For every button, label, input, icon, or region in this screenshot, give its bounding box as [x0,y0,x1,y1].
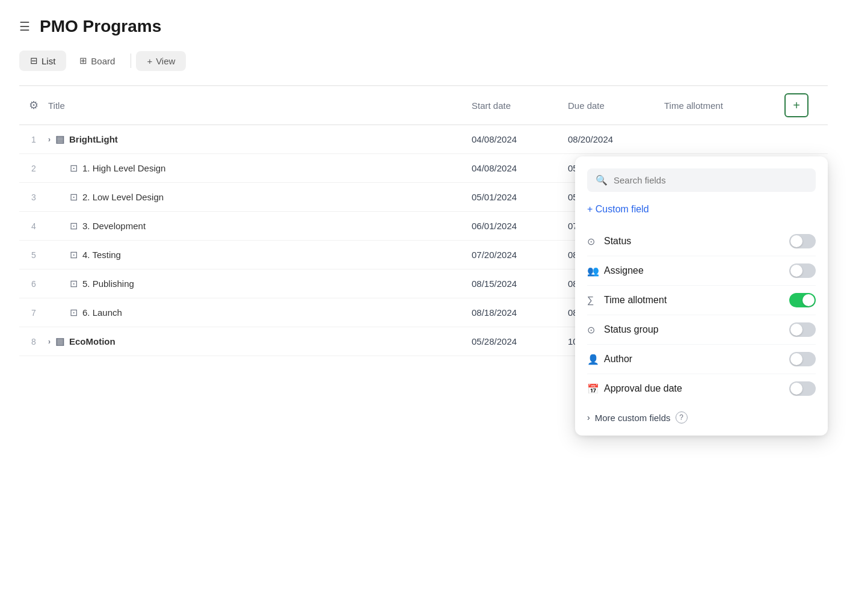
row-title-text: 5. Publishing [82,279,134,289]
search-icon: 🔍 [596,174,608,186]
tab-board[interactable]: ⊞ Board [69,51,126,71]
row-number: 1 [19,135,48,144]
field-type-icon: ⊙ [587,324,604,336]
task-icon: ▤ [55,134,64,145]
task-icon: ⊡ [70,278,78,289]
row-title-cell[interactable]: ⊡ 1. High Level Design [48,162,472,174]
list-icon: ⊟ [30,55,38,66]
row-title-text: 4. Testing [82,250,121,260]
due-date-cell: 08/20/2024 [568,134,664,144]
field-type-icon: ⊙ [587,236,604,247]
task-icon: ⊡ [70,191,78,203]
row-title-text: 6. Launch [82,307,122,318]
field-type-icon: 👤 [587,354,604,365]
field-item-approval_due_date: 📅 Approval due date [587,374,816,403]
row-title-cell[interactable]: › ▤ EcoMotion [48,336,472,347]
fields-list: ⊙ Status 👥 Assignee ∑ Time allotment ⊙ S… [587,227,816,403]
tab-view[interactable]: + View [136,51,186,71]
start-date-cell: 08/15/2024 [472,279,568,289]
field-item-status_group: ⊙ Status group [587,315,816,345]
row-title-text: 3. Development [82,221,146,231]
row-title-cell[interactable]: › ▤ BrightLight [48,134,472,145]
start-date-cell: 04/08/2024 [472,134,568,144]
row-title-cell[interactable]: ⊡ 5. Publishing [48,278,472,289]
view-tabs: ⊟ List ⊞ Board + View [19,51,828,71]
row-number: 7 [19,308,48,318]
field-label: Time allotment [604,295,789,306]
row-title-cell[interactable]: ⊡ 2. Low Level Design [48,191,472,203]
field-item-author: 👤 Author [587,345,816,374]
field-item-time_allotment: ∑ Time allotment [587,286,816,315]
row-title-cell[interactable]: ⊡ 3. Development [48,220,472,232]
col-time-allotment: Time allotment [664,100,784,111]
field-label: Approval due date [604,383,789,394]
field-type-icon: 📅 [587,383,604,395]
col-start-date: Start date [472,100,568,111]
start-date-cell: 06/01/2024 [472,221,568,231]
add-column-button[interactable]: + [784,93,808,117]
col-due-date: Due date [568,100,664,111]
field-toggle-author[interactable] [789,352,816,366]
toggle-thumb [790,324,802,336]
row-title-text: BrightLight [69,134,118,144]
row-title-text: 2. Low Level Design [82,192,164,202]
task-icon: ⊡ [70,220,78,232]
settings-icon[interactable]: ⚙ [29,99,38,112]
custom-field-label: + Custom field [587,204,649,215]
task-icon: ⊡ [70,162,78,174]
plus-icon: + [147,56,152,66]
task-icon: ⊡ [70,249,78,260]
field-toggle-approval_due_date[interactable] [789,381,816,396]
more-custom-fields-label: More custom fields [595,413,671,423]
toggle-thumb [790,265,802,277]
field-type-icon: 👥 [587,265,604,277]
table-header: ⚙ Title Start date Due date Time allotme… [19,86,828,125]
start-date-cell: 04/08/2024 [472,163,568,173]
toggle-thumb [802,294,815,306]
row-title-cell[interactable]: ⊡ 6. Launch [48,307,472,318]
add-column-cell[interactable]: + [784,93,828,117]
menu-icon[interactable]: ☰ [19,19,30,34]
help-icon[interactable]: ? [676,411,688,424]
field-toggle-status_group[interactable] [789,322,816,337]
toggle-thumb [790,235,802,247]
row-title-cell[interactable]: ⊡ 4. Testing [48,249,472,260]
start-date-cell: 08/18/2024 [472,307,568,318]
toggle-thumb [790,383,802,395]
field-toggle-status[interactable] [789,234,816,248]
field-item-status: ⊙ Status [587,227,816,256]
fields-dropdown-panel: 🔍 + Custom field ⊙ Status 👥 Assignee ∑ T… [575,156,828,436]
start-date-cell: 05/28/2024 [472,336,568,346]
expand-chevron-icon[interactable]: › [48,337,51,346]
row-number: 6 [19,279,48,289]
field-toggle-assignee[interactable] [789,263,816,278]
field-label: Status [604,236,789,247]
task-icon: ⊡ [70,307,78,318]
row-number: 4 [19,221,48,231]
field-label: Assignee [604,265,789,276]
field-label: Author [604,354,789,365]
search-box: 🔍 [587,168,816,192]
start-date-cell: 07/20/2024 [472,250,568,260]
expand-chevron-icon[interactable]: › [48,135,51,144]
header: ☰ PMO Programs [19,17,828,36]
field-toggle-time_allotment[interactable] [789,293,816,307]
row-title-text: 1. High Level Design [82,163,165,173]
row-number: 8 [19,337,48,346]
start-date-cell: 05/01/2024 [472,192,568,202]
row-number: 2 [19,164,48,173]
row-title-text: EcoMotion [69,336,116,346]
field-type-icon: ∑ [587,295,604,306]
table-row: 1 › ▤ BrightLight 04/08/2024 08/20/2024 [19,125,828,154]
settings-icon-cell[interactable]: ⚙ [19,99,48,112]
board-icon: ⊞ [79,55,87,66]
search-input[interactable] [614,175,807,185]
custom-field-button[interactable]: + Custom field [587,204,649,215]
row-number: 3 [19,192,48,202]
task-icon: ▤ [55,336,64,347]
field-label: Status group [604,324,789,335]
more-custom-fields[interactable]: › More custom fields ? [587,403,816,424]
col-title: Title [48,100,472,111]
toggle-thumb [790,353,802,365]
tab-list[interactable]: ⊟ List [19,51,66,71]
